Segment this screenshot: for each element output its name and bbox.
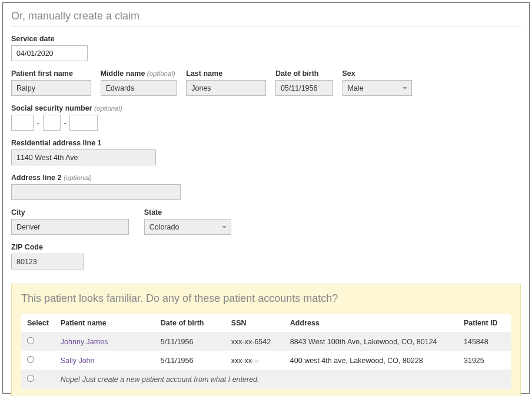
dob-input[interactable] — [275, 80, 333, 96]
service-date-input[interactable] — [11, 45, 88, 61]
city-input[interactable] — [11, 219, 129, 235]
select-radio[interactable] — [27, 337, 34, 344]
addr2-optional: (optional) — [64, 174, 92, 181]
ssn-part-2[interactable] — [43, 115, 61, 131]
addr2-label-text: Address line 2 — [11, 174, 61, 182]
sex-select[interactable] — [343, 80, 412, 96]
row-dob: 5/11/1956 — [155, 351, 225, 370]
patient-match-panel: This patient looks familiar. Do any of t… — [11, 284, 521, 396]
ssn-optional: (optional) — [94, 105, 122, 112]
match-prompt: This patient looks familiar. Do any of t… — [21, 292, 511, 305]
section-title: Or, manually create a claim — [11, 10, 521, 26]
sex-label: Sex — [343, 69, 412, 78]
addr2-input[interactable] — [11, 184, 181, 200]
addr1-input[interactable] — [11, 149, 156, 165]
claim-form-container: Or, manually create a claim Service date… — [2, 2, 530, 394]
state-label: State — [144, 208, 231, 217]
ssn-part-1[interactable] — [11, 115, 34, 131]
match-table: Select Patient name Date of birth SSN Ad… — [21, 314, 511, 389]
row-address: 400 west 4th ave, Lakewood, CO, 80228 — [284, 351, 458, 370]
middle-name-input[interactable] — [101, 80, 177, 96]
patient-name-link[interactable]: Johnny James — [55, 332, 155, 351]
last-name-label: Last name — [186, 69, 266, 78]
table-row[interactable]: Sally John 5/11/1956 xxx-xx--- 400 west … — [21, 351, 511, 370]
table-row[interactable]: Johnny James 5/11/1956 xxx-xx-6542 8843 … — [21, 332, 511, 351]
col-dob: Date of birth — [155, 314, 225, 332]
ssn-label: Social security number (optional) — [11, 104, 122, 112]
zip-label: ZIP Code — [11, 243, 84, 251]
city-label: City — [11, 208, 129, 217]
dob-label: Date of birth — [275, 69, 333, 78]
col-address: Address — [284, 314, 458, 332]
row-pid: 145848 — [458, 332, 511, 351]
row-address: 8843 West 100th Ave, Lakewood, CO, 80124 — [284, 332, 458, 351]
ssn-sep-2: - — [64, 118, 66, 127]
zip-input[interactable] — [11, 254, 84, 269]
addr2-label: Address line 2 (optional) — [11, 174, 181, 182]
create-new-row[interactable]: Nope! Just create a new patient account … — [21, 370, 511, 389]
state-select[interactable] — [144, 219, 231, 235]
col-pid: Patient ID — [458, 314, 511, 332]
ssn-part-3[interactable] — [69, 115, 98, 131]
first-name-label: Patient first name — [11, 69, 91, 78]
col-name: Patient name — [55, 314, 155, 332]
col-ssn: SSN — [225, 314, 284, 332]
create-new-message: Nope! Just create a new patient account … — [55, 370, 511, 389]
middle-name-label: Middle name (optional) — [101, 69, 177, 78]
row-ssn: xxx-xx-6542 — [225, 332, 284, 351]
addr1-label: Residential address line 1 — [11, 139, 156, 147]
row-dob: 5/11/1956 — [155, 332, 225, 351]
last-name-input[interactable] — [186, 80, 266, 96]
row-ssn: xxx-xx--- — [225, 351, 284, 370]
ssn-label-text: Social security number — [11, 104, 92, 112]
first-name-input[interactable] — [11, 80, 91, 96]
service-date-label: Service date — [11, 35, 88, 43]
middle-name-label-text: Middle name — [101, 69, 145, 78]
patient-name-link[interactable]: Sally John — [55, 351, 155, 370]
row-pid: 31925 — [458, 351, 511, 370]
select-radio[interactable] — [27, 356, 34, 363]
select-radio[interactable] — [27, 375, 34, 382]
ssn-input-group: - - — [11, 118, 98, 127]
ssn-sep-1: - — [37, 118, 39, 127]
col-select: Select — [21, 314, 55, 332]
middle-name-optional: (optional) — [147, 70, 175, 77]
